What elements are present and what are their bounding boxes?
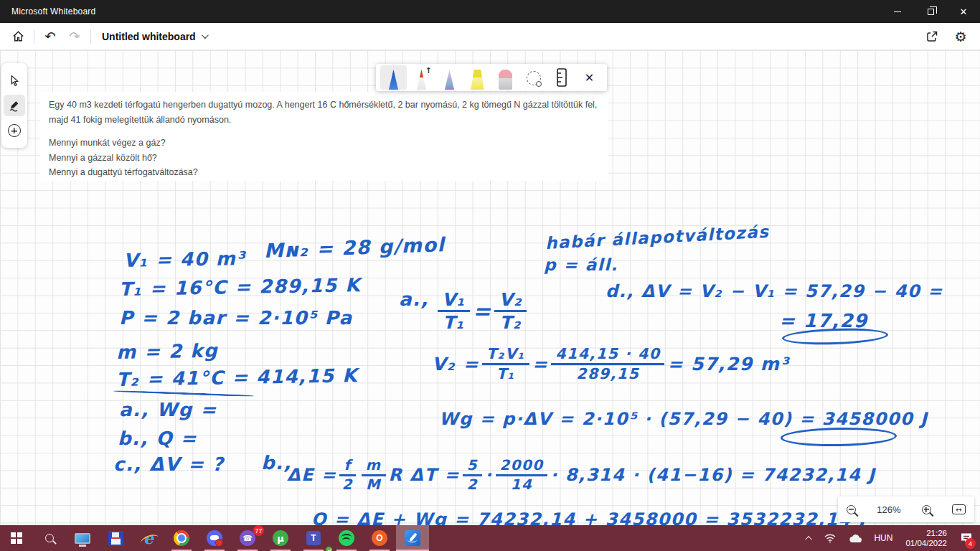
chevron-up-icon — [806, 535, 813, 542]
ink-text: a., — [399, 288, 429, 310]
whiteboard-icon — [405, 530, 420, 546]
eraser-button[interactable] — [492, 65, 519, 90]
start-button[interactable] — [0, 525, 33, 551]
cloud-icon — [848, 534, 862, 543]
ruler-button[interactable] — [548, 65, 575, 90]
zoom-panel: 126% ↔ — [838, 496, 974, 522]
redo-icon: ↷ — [69, 29, 80, 44]
ink-text: V₁T₁ = V₂T₂ — [435, 290, 529, 332]
note-line: Egy 40 m3 kezdeti térfogatú hengerben du… — [49, 98, 600, 113]
pen-tool-button[interactable] — [4, 95, 25, 116]
onedrive-button[interactable] — [844, 525, 867, 551]
note-line: Mennyi a dugattyú térfogatváltozása? — [49, 165, 600, 180]
zoom-level: 126% — [877, 504, 900, 515]
close-button[interactable]: ✕ — [947, 0, 980, 23]
select-tool-button[interactable] — [4, 70, 25, 91]
home-button[interactable] — [6, 25, 30, 48]
action-center-button[interactable]: 4 — [956, 525, 977, 551]
language-label: HUN — [874, 533, 892, 543]
notification-badge: 4 — [965, 538, 976, 549]
tray-expand-button[interactable] — [803, 525, 816, 551]
note-line: Mennyi munkát végez a gáz? — [49, 136, 600, 151]
note-line: Mennyi a gázzal közölt hő? — [49, 151, 600, 166]
taskbar-teams[interactable]: T — [297, 525, 330, 551]
close-icon: ✕ — [585, 71, 594, 85]
app-toolbar: ↶ ↷ Untitled whiteboard ⚙ — [0, 23, 980, 50]
window-controls: ✕ — [881, 0, 980, 23]
taskbar-viber[interactable]: ☎ 77 — [231, 525, 264, 551]
highlighter-icon — [469, 70, 486, 90]
origin-icon: O — [372, 530, 387, 546]
zoom-in-button[interactable] — [922, 505, 931, 514]
ink-text: ΔE = f2 mM R ΔT = 52 · 200014 · 8,314 · … — [287, 458, 876, 492]
close-icon: ✕ — [960, 6, 968, 17]
title-bar: Microsoft Whiteboard ✕ — [0, 0, 980, 23]
taskbar-discord[interactable] — [198, 525, 231, 551]
plus-icon — [8, 124, 21, 137]
ink-line — [113, 390, 254, 397]
ink-text: a., Wg = — [119, 399, 217, 420]
computer-icon — [75, 533, 90, 544]
ink-text: p = áll. — [544, 255, 618, 274]
wifi-button[interactable] — [819, 525, 841, 551]
taskbar-spotify[interactable] — [330, 525, 363, 551]
blue-pen-button[interactable] — [380, 65, 407, 90]
internet-explorer-icon: e — [143, 530, 154, 546]
taskbar-computer[interactable] — [66, 525, 99, 551]
taskbar-file-manager[interactable] — [99, 525, 132, 551]
taskbar-chrome[interactable] — [165, 525, 198, 551]
undo-icon: ↶ — [44, 29, 55, 44]
settings-button[interactable]: ⚙ — [948, 25, 973, 48]
ink-text: P = 2 bar = 2·10⁵ Pa — [119, 307, 352, 329]
share-button[interactable] — [920, 25, 944, 48]
ink-text: Wg = p·ΔV = 2·10⁵ · (57,29 − 40) = 34580… — [439, 409, 928, 429]
undo-button[interactable]: ↶ — [38, 25, 62, 48]
add-tool-button[interactable] — [4, 120, 25, 141]
system-tray: HUN 21:26 01/04/2022 4 — [803, 525, 980, 551]
minimize-button[interactable] — [881, 0, 914, 23]
share-icon — [925, 29, 939, 44]
note-line — [49, 127, 600, 136]
taskbar-origin[interactable]: O — [363, 525, 396, 551]
windows-logo-icon — [11, 532, 16, 537]
app-title: Microsoft Whiteboard — [11, 6, 95, 17]
fit-to-screen-button[interactable]: ↔ — [952, 504, 966, 514]
restore-button[interactable] — [914, 0, 947, 23]
wifi-icon — [824, 533, 837, 543]
board-title[interactable]: Untitled whiteboard — [102, 31, 196, 42]
clock-time: 21:26 — [905, 528, 947, 538]
divider — [34, 29, 34, 44]
discord-icon — [207, 530, 222, 546]
pen-icon — [8, 99, 21, 112]
language-indicator[interactable]: HUN — [870, 525, 897, 551]
clock[interactable]: 21:26 01/04/2022 — [900, 525, 953, 551]
zoom-out-button[interactable] — [847, 505, 856, 514]
lasso-select-button[interactable] — [520, 65, 547, 90]
lasso-icon — [527, 71, 541, 85]
taskbar-utorrent[interactable]: µ — [264, 525, 297, 551]
highlighter-button[interactable] — [464, 65, 491, 90]
minimize-icon — [894, 11, 901, 12]
ink-text: Mɴ₂ = 28 g/mol — [263, 233, 445, 262]
arrow-up-icon: ↑ — [425, 66, 432, 75]
galaxy-pen-icon — [442, 70, 458, 90]
ink-text: b., — [261, 452, 292, 474]
redo-button[interactable]: ↷ — [62, 25, 87, 48]
ink-text: = 17,29 — [779, 310, 868, 331]
taskbar-search-button[interactable] — [33, 525, 66, 551]
spotify-icon — [339, 530, 354, 546]
pen-toolbar-close-button[interactable]: ✕ — [576, 65, 603, 90]
red-pen-button[interactable]: ↑ — [408, 65, 435, 90]
chevron-down-icon[interactable] — [202, 32, 209, 39]
ink-text: V₂ = T₂V₁T₁ = 414,15 · 40289,15 = 57,29 … — [432, 346, 789, 382]
taskbar-internet-explorer[interactable]: e — [132, 525, 165, 551]
galaxy-pen-button[interactable] — [436, 65, 463, 90]
taskbar-whiteboard[interactable] — [396, 525, 429, 551]
taskbar: e ☎ 77 µ T O HUN 21:26 01/04/2022 4 — [0, 525, 980, 551]
ink-text: habár állapotváltozás — [545, 222, 770, 253]
clock-date: 01/04/2022 — [905, 538, 947, 548]
ink-text: b., Q = — [118, 428, 197, 449]
text-note[interactable]: Egy 40 m3 kezdeti térfogatú hengerben du… — [40, 92, 608, 181]
whiteboard-canvas[interactable]: Egy 40 m3 kezdeti térfogatú hengerben du… — [0, 50, 980, 525]
gear-icon: ⚙ — [954, 29, 966, 44]
